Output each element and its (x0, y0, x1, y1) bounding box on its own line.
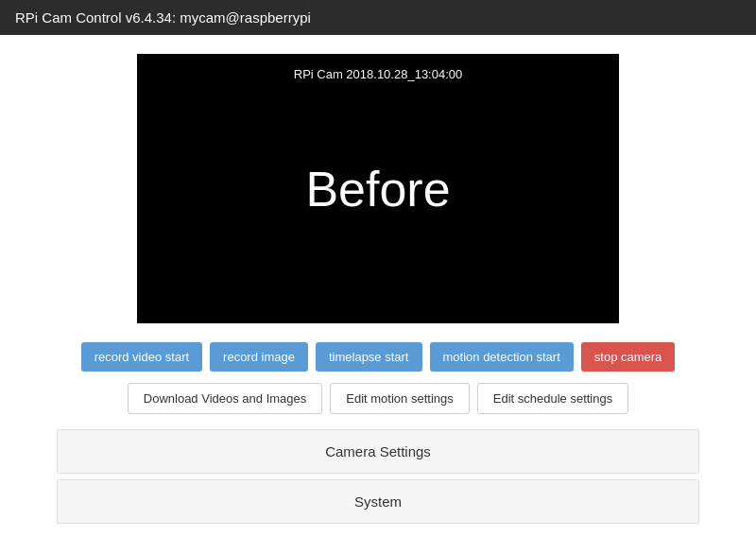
edit-motion-button[interactable]: Edit motion settings (330, 383, 469, 414)
camera-label: Before (305, 161, 450, 217)
edit-schedule-button[interactable]: Edit schedule settings (477, 383, 628, 414)
motion-detection-start-button[interactable]: motion detection start (430, 342, 574, 372)
titlebar: RPi Cam Control v6.4.34: mycam@raspberry… (0, 0, 756, 35)
system-panel[interactable]: System (57, 479, 699, 524)
panels-container: Camera Settings System (57, 429, 699, 529)
control-buttons-row: record video start record image timelaps… (81, 342, 676, 372)
secondary-buttons-row: Download Videos and Images Edit motion s… (128, 383, 628, 414)
record-image-button[interactable]: record image (210, 342, 308, 372)
camera-feed: RPi Cam 2018.10.28_13:04:00 Before (137, 54, 619, 323)
record-video-start-button[interactable]: record video start (81, 342, 202, 372)
titlebar-text: RPi Cam Control v6.4.34: mycam@raspberry… (15, 9, 311, 26)
download-videos-button[interactable]: Download Videos and Images (128, 383, 323, 414)
camera-settings-panel[interactable]: Camera Settings (57, 429, 699, 474)
camera-timestamp: RPi Cam 2018.10.28_13:04:00 (294, 67, 463, 81)
timelapse-start-button[interactable]: timelapse start (316, 342, 422, 372)
stop-camera-button[interactable]: stop camera (581, 342, 676, 372)
main-content: RPi Cam 2018.10.28_13:04:00 Before recor… (0, 35, 756, 537)
